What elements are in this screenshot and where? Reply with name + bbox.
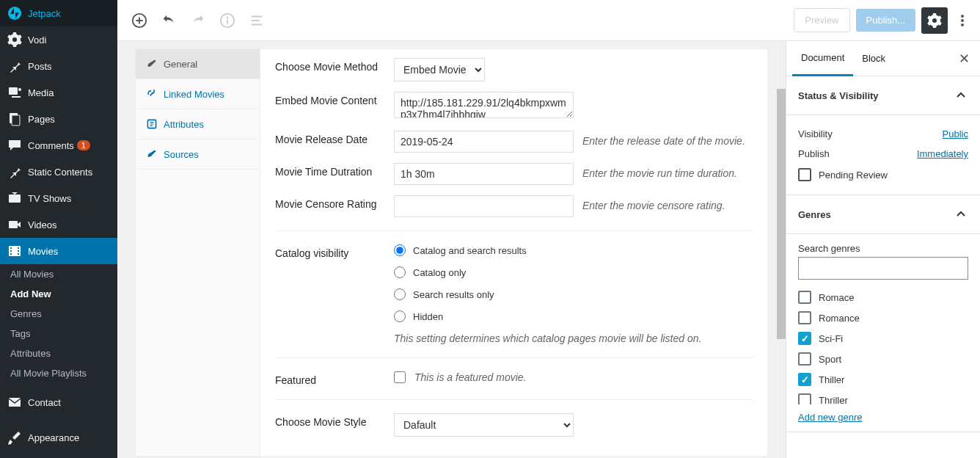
menu-comments[interactable]: Comments 1 (0, 132, 117, 159)
svg-rect-6 (12, 115, 20, 126)
sub-all-movies[interactable]: All Movies (0, 264, 117, 284)
outline-button[interactable] (244, 7, 270, 34)
genre-item[interactable]: Romace (798, 287, 968, 308)
style-label: Choose Movie Style (275, 413, 385, 428)
tab-content: Choose Movie Method Embed Movie Embed Mo… (260, 49, 767, 456)
tab-document[interactable]: Document (792, 41, 853, 76)
svg-point-19 (227, 16, 228, 18)
svg-rect-7 (9, 195, 21, 203)
tab-block[interactable]: Block (853, 41, 894, 76)
redo-button[interactable] (185, 7, 211, 34)
menu-label: Pages (28, 114, 55, 125)
visibility-label: Visibility (798, 128, 833, 139)
menu-videos[interactable]: Videos (0, 211, 117, 238)
censor-input[interactable] (394, 195, 574, 217)
pin-icon (7, 164, 22, 179)
editor-body: General Linked Movies Attributes Sources… (117, 41, 786, 458)
genre-item[interactable]: Thiller (798, 369, 968, 390)
menu-label: Comments (28, 140, 74, 151)
featured-label: Featured (275, 371, 385, 386)
duration-label: Movie Time Dutration (275, 163, 385, 178)
admin-sidebar: Jetpack Vodi Posts Media Pages Comments … (0, 0, 117, 458)
svg-rect-14 (18, 250, 19, 252)
menu-contact[interactable]: Contact (0, 389, 117, 415)
visibility-link[interactable]: Public (943, 128, 968, 139)
menu-jetpack[interactable]: Jetpack (0, 0, 117, 26)
tabs-nav: General Linked Movies Attributes Sources (136, 49, 260, 456)
genres-section-head[interactable]: Genres (786, 195, 980, 234)
menu-vodi[interactable]: Vodi (0, 26, 117, 53)
add-block-button[interactable] (126, 7, 153, 34)
svg-rect-20 (227, 19, 228, 23)
menu-posts[interactable]: Posts (0, 53, 117, 79)
catalog-opt-3[interactable]: Hidden (394, 310, 753, 322)
search-genres-input[interactable] (798, 257, 968, 280)
menu-pages[interactable]: Pages (0, 106, 117, 132)
menu-tvshows[interactable]: TV Shows (0, 185, 117, 211)
tv-icon (7, 191, 22, 206)
sub-tags[interactable]: Tags (0, 324, 117, 344)
publish-link[interactable]: Immediately (917, 148, 968, 159)
publish-button[interactable]: Publish... (856, 9, 915, 32)
sub-add-new[interactable]: Add New (0, 284, 117, 304)
comments-badge: 1 (77, 140, 90, 150)
genre-item[interactable]: Thriller (798, 390, 968, 404)
duration-input[interactable] (394, 163, 574, 185)
menu-label: Posts (28, 61, 52, 72)
method-select[interactable]: Embed Movie (394, 58, 485, 81)
publish-label: Publish (798, 148, 830, 159)
menu-media[interactable]: Media (0, 79, 117, 106)
menu-plugins[interactable]: Plugins (0, 451, 117, 458)
movie-data-panel: General Linked Movies Attributes Sources… (135, 48, 768, 457)
preview-button[interactable]: Preview (794, 8, 849, 32)
settings-toggle[interactable] (921, 7, 948, 34)
sub-genres[interactable]: Genres (0, 304, 117, 324)
more-menu[interactable] (954, 15, 971, 26)
tab-attributes[interactable]: Attributes (136, 109, 260, 139)
svg-point-0 (8, 7, 21, 20)
genre-item[interactable]: Sci-Fi (798, 328, 968, 349)
release-input[interactable] (394, 131, 574, 153)
sub-attributes[interactable]: Attributes (0, 344, 117, 363)
menu-movies[interactable]: Movies (0, 238, 117, 264)
censor-help: Enter the movie censore rating. (582, 195, 753, 211)
menu-label: Static Contents (28, 167, 92, 178)
pending-review-check[interactable]: Pending Review (798, 164, 968, 186)
catalog-opt-1[interactable]: Catalog only (394, 266, 753, 278)
scrollbar[interactable] (777, 41, 786, 458)
genre-item[interactable]: Romance (798, 308, 968, 328)
panel-tabs: Document Block ✕ (786, 41, 980, 76)
menu-label: Appearance (28, 432, 79, 443)
menu-static[interactable]: Static Contents (0, 159, 117, 185)
tab-sources[interactable]: Sources (136, 139, 260, 170)
svg-point-4 (18, 88, 21, 91)
chevron-up-icon (954, 88, 968, 103)
embed-textarea[interactable]: http://185.181.229.91/2lq4bkmpxwmp3x7hm4… (394, 92, 574, 118)
video-icon (7, 217, 22, 232)
editor-toolbar: Preview Publish... (117, 0, 980, 41)
svg-rect-3 (9, 87, 18, 95)
svg-rect-10 (10, 247, 12, 249)
genre-list[interactable]: Romace Romance Sci-Fi Sport Thiller Thri… (798, 287, 968, 404)
method-label: Choose Movie Method (275, 58, 385, 73)
menu-label: Movies (28, 246, 58, 257)
menu-label: Videos (28, 219, 57, 230)
undo-button[interactable] (156, 7, 182, 34)
tab-linked[interactable]: Linked Movies (136, 79, 260, 109)
add-genre-link[interactable]: Add new genre (798, 412, 862, 423)
info-button[interactable] (214, 7, 241, 34)
catalog-help: This setting determines which catalog pa… (394, 332, 753, 344)
style-select[interactable]: Dafault (394, 413, 574, 437)
svg-rect-12 (10, 253, 12, 255)
sub-playlists[interactable]: All Movie Playlists (0, 363, 117, 383)
featured-checkbox[interactable]: This is a featured movie. (394, 371, 527, 383)
catalog-opt-0[interactable]: Catalog and search results (394, 244, 753, 256)
status-section-head[interactable]: Status & Visibility (786, 76, 980, 115)
menu-appearance[interactable]: Appearance (0, 424, 117, 451)
checkbox-icon (798, 168, 811, 181)
genre-item[interactable]: Sport (798, 349, 968, 369)
tab-general[interactable]: General (136, 49, 260, 79)
catalog-opt-2[interactable]: Search results only (394, 288, 753, 300)
menu-label: Vodi (28, 34, 46, 46)
close-icon[interactable]: ✕ (954, 46, 974, 71)
